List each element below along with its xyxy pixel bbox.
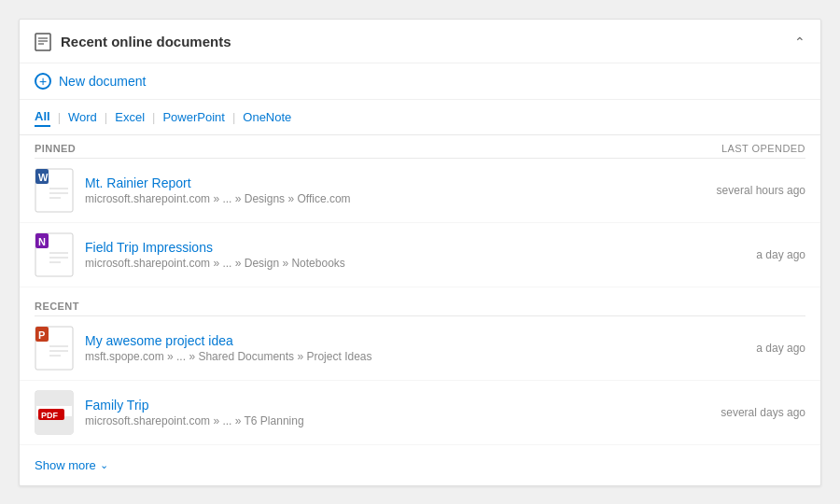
- onenote-file-icon: N: [35, 232, 74, 277]
- pinned-item-mt-rainier[interactable]: W Mt. Rainier Report microsoft.sharepoin…: [20, 159, 820, 223]
- divider-4: |: [232, 110, 235, 124]
- tab-all[interactable]: All: [35, 107, 50, 127]
- svg-rect-24: [35, 391, 73, 406]
- divider-2: |: [105, 110, 107, 124]
- svg-text:P: P: [38, 329, 45, 341]
- pinned-section-header: PINNED LAST OPENDED: [20, 135, 820, 158]
- recent-documents-card: Recent online documents ⌃ + New document…: [19, 19, 821, 486]
- show-more-link[interactable]: Show more ⌄: [35, 458, 108, 472]
- recent-section-header: RECENT: [20, 293, 820, 315]
- recent-item-project-idea-time: a day ago: [756, 342, 805, 355]
- pinned-item-mt-rainier-name: Mt. Rainier Report: [85, 175, 702, 190]
- recent-item-family-trip-info: Family Trip microsoft.sharepoint.com » .…: [85, 398, 706, 427]
- pinned-item-mt-rainier-path: microsoft.sharepoint.com » ... » Designs…: [85, 192, 702, 205]
- word-file-icon: W: [35, 168, 74, 213]
- card-header-left: Recent online documents: [35, 33, 231, 51]
- new-document-label[interactable]: New document: [59, 74, 146, 89]
- filter-tabs: All | Word | Excel | PowerPoint | OneNot…: [20, 100, 820, 135]
- recent-item-project-idea-name: My awesome project idea: [85, 333, 741, 348]
- svg-text:PDF: PDF: [41, 411, 59, 420]
- pinned-item-field-trip[interactable]: N Field Trip Impressions microsoft.share…: [20, 223, 820, 287]
- recent-item-family-trip-path: microsoft.sharepoint.com » ... » T6 Plan…: [85, 414, 706, 427]
- card-title: Recent online documents: [61, 34, 231, 49]
- recent-item-family-trip-time: several days ago: [721, 406, 805, 419]
- document-outline-icon: [35, 33, 51, 51]
- svg-text:W: W: [38, 172, 49, 183]
- recent-item-project-idea[interactable]: P My awesome project idea msft.spope.com…: [20, 316, 820, 381]
- recent-label: RECENT: [35, 301, 79, 312]
- tab-powerpoint[interactable]: PowerPoint: [162, 108, 224, 126]
- divider-1: |: [58, 110, 61, 124]
- pinned-item-mt-rainier-info: Mt. Rainier Report microsoft.sharepoint.…: [85, 175, 702, 205]
- recent-item-project-idea-info: My awesome project idea msft.spope.com »…: [85, 333, 741, 363]
- new-document-row[interactable]: + New document: [20, 63, 820, 100]
- collapse-icon[interactable]: ⌃: [794, 35, 805, 49]
- pinned-item-mt-rainier-time: several hours ago: [717, 184, 805, 197]
- pinned-item-field-trip-name: Field Trip Impressions: [85, 240, 741, 255]
- recent-item-family-trip[interactable]: PDF Family Trip microsoft.sharepoint.com…: [20, 381, 820, 445]
- pinned-label: PINNED: [35, 143, 76, 154]
- pdf-file-icon: PDF: [35, 390, 74, 435]
- show-more-label: Show more: [35, 458, 96, 472]
- pinned-item-field-trip-info: Field Trip Impressions microsoft.sharepo…: [85, 240, 741, 270]
- chevron-down-icon: ⌄: [100, 459, 108, 471]
- svg-text:N: N: [38, 236, 46, 247]
- svg-rect-0: [35, 34, 50, 50]
- pinned-item-field-trip-time: a day ago: [756, 248, 805, 261]
- plus-circle-icon: +: [35, 73, 51, 90]
- tab-excel[interactable]: Excel: [115, 108, 145, 126]
- last-opened-label: LAST OPENDED: [721, 143, 805, 154]
- divider-3: |: [152, 110, 155, 124]
- tab-onenote[interactable]: OneNote: [243, 108, 291, 126]
- powerpoint-file-icon: P: [35, 326, 74, 371]
- card-header: Recent online documents ⌃: [20, 20, 820, 63]
- show-more-row: Show more ⌄: [20, 445, 820, 485]
- recent-item-project-idea-path: msft.spope.com » ... » Shared Documents …: [85, 350, 741, 363]
- pinned-item-field-trip-path: microsoft.sharepoint.com » ... » Design …: [85, 257, 741, 270]
- tab-word[interactable]: Word: [68, 108, 97, 126]
- recent-item-family-trip-name: Family Trip: [85, 398, 706, 413]
